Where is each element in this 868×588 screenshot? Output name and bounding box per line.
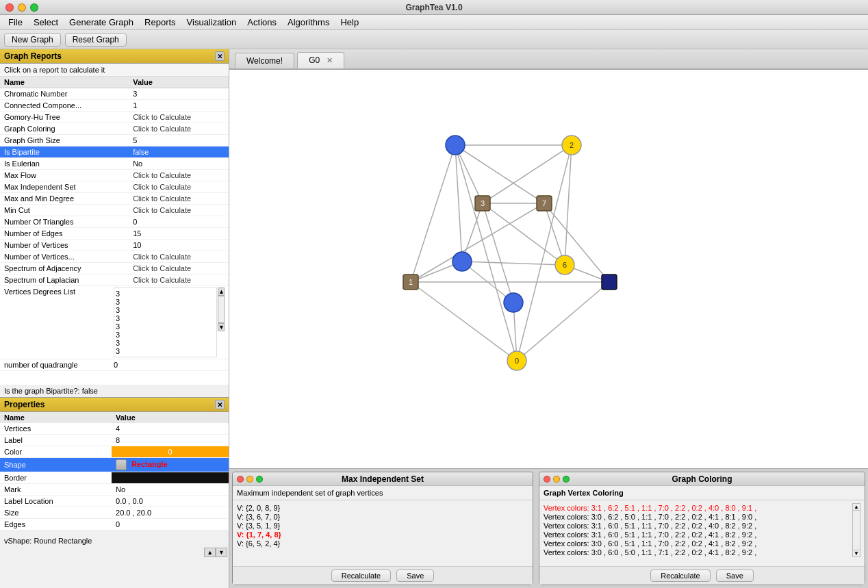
scroll-down-btn[interactable]: ▼ (218, 323, 225, 331)
report-row[interactable]: Number of Vertices10 (0, 240, 229, 251)
new-graph-button[interactable]: New Graph (4, 33, 61, 47)
quadrangle-row: number of quadrangle 0 (0, 359, 229, 371)
gc-min-btn[interactable] (553, 476, 560, 483)
svg-line-1 (483, 145, 572, 203)
prop-shape: Shape Rectangle (0, 458, 229, 472)
graph-reports-title: Graph Reports (4, 51, 62, 61)
report-row[interactable]: Is EulerianNo (0, 158, 229, 170)
svg-line-20 (411, 203, 544, 282)
prop-edges: Edges0 (0, 519, 229, 531)
mis-content: V: {2, 0, 8, 9} V: {3, 6, 7, 0} V: {3, 5… (233, 500, 533, 566)
graph-reports-header: Graph Reports ✕ (0, 49, 229, 64)
report-row[interactable]: Max FlowClick to Calculate (0, 170, 229, 181)
degrees-scroll[interactable]: 3333 3333 (114, 287, 217, 357)
menu-bar: File Select Generate Graph Reports Visua… (0, 15, 868, 30)
tab-g0[interactable]: G0 ✕ (297, 52, 344, 68)
menu-actions[interactable]: Actions (242, 15, 282, 30)
graph-canvas[interactable]: 237610 (229, 70, 868, 468)
close-button[interactable] (5, 3, 14, 12)
gc-row-4: Vertex colors: 3:0 , 6:0 , 5:1 , 1:1 , 7… (544, 539, 852, 548)
mis-footer: Recalculate Save (233, 566, 533, 585)
col-name-header: Name (0, 77, 129, 88)
report-row[interactable]: Chromatic Number3 (0, 88, 229, 100)
graph-reports-subtitle: Click on a report to calculate it (0, 64, 229, 77)
scroll-up-btn[interactable]: ▲ (218, 287, 225, 296)
mis-titlebar: Max Independent Set (233, 472, 533, 486)
svg-point-37 (504, 293, 523, 312)
graph-tab-strip: Welcome! G0 ✕ (229, 49, 868, 70)
maximize-button[interactable] (30, 3, 38, 12)
menu-select[interactable]: Select (28, 15, 64, 30)
reports-table: Name Value Chromatic Number3Connected Co… (0, 77, 229, 397)
gc-close-btn[interactable] (544, 476, 550, 483)
gc-scroll-up[interactable]: ▲ (853, 504, 860, 511)
props-scroll-down[interactable]: ▼ (216, 548, 227, 557)
mis-min-btn[interactable] (246, 476, 253, 483)
graph-coloring-window: Graph Coloring Graph Vertex Coloring Ver… (539, 472, 865, 585)
report-row[interactable]: Number Of Triangles0 (0, 216, 229, 228)
properties-close[interactable]: ✕ (215, 400, 225, 409)
menu-algorithms[interactable]: Algorithms (282, 15, 335, 30)
tab-welcome-label: Welcome! (246, 56, 283, 66)
gc-row-2: Vertex colors: 3:1 , 6:0 , 5:1 , 1:1 , 7… (544, 522, 852, 530)
bottom-panels: Max Independent Set Maximum independent … (229, 468, 868, 588)
prop-size: Size20.0 , 20.0 (0, 507, 229, 519)
tab-g0-close[interactable]: ✕ (327, 56, 333, 64)
mis-item-3: V: {1, 7, 4, 8} (237, 531, 528, 539)
properties-header: Properties ✕ (0, 398, 229, 412)
gc-row-1: Vertex colors: 3:0 , 6:2 , 5:0 , 1:1 , 7… (544, 513, 852, 521)
report-row[interactable]: Graph Girth Size5 (0, 135, 229, 146)
max-independent-set-window: Max Independent Set Maximum independent … (232, 472, 533, 585)
mis-save-btn[interactable]: Save (396, 570, 434, 582)
gc-recalculate-btn[interactable]: Recalculate (650, 570, 710, 582)
menu-help[interactable]: Help (335, 15, 364, 30)
svg-line-6 (411, 145, 455, 282)
gc-save-btn[interactable]: Save (716, 570, 754, 582)
mis-recalculate-btn[interactable]: Recalculate (331, 570, 391, 582)
svg-line-17 (411, 282, 517, 361)
report-row[interactable]: Spectrum of LaplacianClick to Calculate (0, 274, 229, 286)
mis-max-btn[interactable] (256, 476, 263, 483)
report-row[interactable]: Graph ColoringClick to Calculate (0, 123, 229, 135)
app-title: GraphTea V1.0 (405, 3, 462, 12)
svg-line-21 (517, 145, 572, 361)
menu-reports[interactable]: Reports (139, 15, 181, 30)
svg-line-18 (517, 282, 609, 361)
mis-close-btn[interactable] (237, 476, 244, 483)
props-scroll-up[interactable]: ▲ (204, 548, 216, 557)
svg-point-26 (446, 136, 465, 155)
prop-mark: MarkNo (0, 484, 229, 496)
quadrangle-label: number of quadrangle (0, 359, 110, 371)
mis-item-0: V: {2, 0, 8, 9} (237, 504, 528, 512)
minimize-button[interactable] (18, 3, 26, 12)
menu-visualization[interactable]: Visualization (181, 15, 242, 30)
properties-panel: Properties ✕ Name Value Vertices4 Label8 (0, 397, 229, 558)
menu-file[interactable]: File (3, 15, 28, 30)
svg-text:1: 1 (409, 278, 413, 286)
report-row[interactable]: Max Independent SetClick to Calculate (0, 181, 229, 193)
svg-line-2 (565, 145, 572, 265)
menu-generate-graph[interactable]: Generate Graph (64, 15, 139, 30)
gc-scrollbar[interactable]: ▲ ▼ (852, 503, 860, 557)
report-row[interactable]: Is Bipartitefalse (0, 146, 229, 158)
gc-subtitle: Graph Vertex Coloring (539, 486, 865, 500)
vertices-degrees-label: Vertices Degrees List (0, 286, 110, 359)
gc-max-btn[interactable] (563, 476, 570, 483)
gc-scroll-down[interactable]: ▼ (853, 550, 860, 557)
gc-row-3: Vertex colors: 3:1 , 6:0 , 5:1 , 1:1 , 7… (544, 531, 852, 539)
reset-graph-button[interactable]: Reset Graph (65, 33, 127, 47)
vertices-degrees-values: 3333 3333 ▲ ▼ (110, 286, 229, 359)
bipartite-text: Is the graph Bipartite?: false (0, 385, 229, 397)
tab-g0-label: G0 (309, 55, 320, 65)
report-row[interactable]: Gomory-Hu TreeClick to Calculate (0, 112, 229, 123)
report-row[interactable]: Connected Compone...1 (0, 100, 229, 112)
title-bar: GraphTea V1.0 (0, 0, 868, 15)
report-row[interactable]: Number of Vertices...Click to Calculate (0, 251, 229, 263)
report-row[interactable]: Max and Min DegreeClick to Calculate (0, 193, 229, 205)
report-row[interactable]: Number of Edges15 (0, 228, 229, 240)
graph-reports-close[interactable]: ✕ (215, 51, 225, 61)
report-row[interactable]: Spectrum of AdjacencyClick to Calculate (0, 263, 229, 274)
props-col-name: Name (0, 412, 112, 423)
tab-welcome[interactable]: Welcome! (235, 53, 294, 68)
report-row[interactable]: Min CutClick to Calculate (0, 205, 229, 216)
